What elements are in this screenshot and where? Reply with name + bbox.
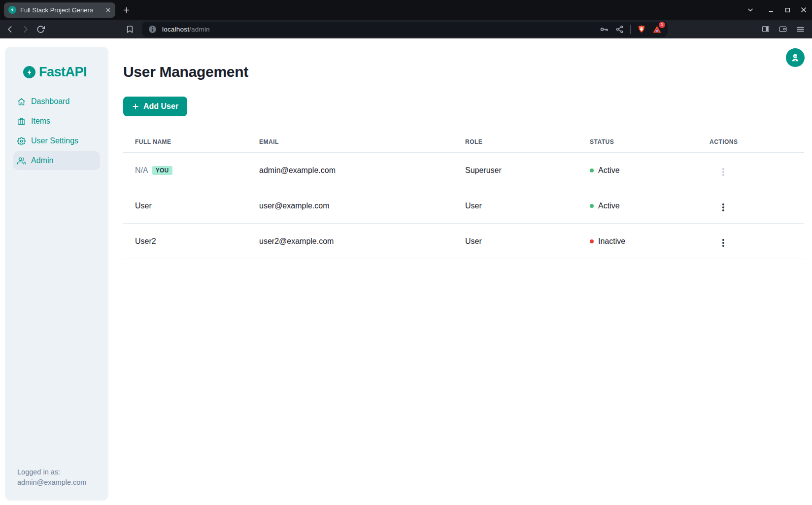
browser-tab[interactable]: Full Stack Project Genera	[4, 2, 115, 18]
fastapi-logo: FastAPI	[23, 65, 108, 80]
table-header: Full name Email Role Status Actions	[123, 131, 804, 153]
divider	[630, 25, 631, 34]
cell-status: Inactive	[598, 237, 625, 246]
url-text: localhost/admin	[162, 26, 210, 33]
status-dot	[590, 204, 594, 208]
brave-rewards-icon[interactable]: 1	[652, 25, 662, 34]
sidebar-item-label: Dashboard	[31, 97, 69, 106]
window-controls	[747, 6, 812, 13]
back-button[interactable]	[6, 25, 14, 34]
add-user-button[interactable]: Add User	[123, 97, 187, 116]
sidebar-item-dashboard[interactable]: Dashboard	[13, 92, 100, 111]
reload-button[interactable]	[36, 25, 45, 34]
bookmark-icon[interactable]	[126, 25, 134, 34]
users-icon	[17, 157, 26, 165]
wallet-icon[interactable]	[778, 25, 787, 34]
plus-icon	[132, 103, 139, 110]
column-header-full-name: Full name	[123, 138, 247, 145]
cell-status: Active	[598, 202, 620, 210]
page-title: User Management	[123, 64, 804, 80]
sidebar-item-label: Items	[31, 117, 50, 126]
sidebar-menu: Dashboard Items User Settings Admin	[5, 92, 108, 170]
cell-full-name: N/A	[135, 166, 148, 175]
sidebar-item-items[interactable]: Items	[13, 112, 100, 131]
rewards-badge: 1	[659, 22, 665, 28]
column-header-actions: Actions	[698, 138, 804, 145]
column-header-email: Email	[247, 138, 453, 145]
url-path: /admin	[189, 26, 210, 33]
browser-chrome: Full Stack Project Genera	[0, 0, 812, 38]
user-menu-button[interactable]	[786, 48, 805, 67]
row-actions-menu-icon	[720, 166, 726, 178]
row-actions-menu-icon[interactable]	[720, 202, 726, 213]
cell-role: User	[453, 202, 578, 210]
url-host: localhost	[162, 26, 189, 33]
user-astronaut-icon	[790, 53, 800, 63]
main-content: User Management Add User Full name Email…	[123, 38, 804, 259]
menu-hamburger-icon[interactable]	[796, 25, 805, 34]
home-icon	[17, 98, 26, 106]
password-key-icon[interactable]	[600, 25, 609, 34]
table-row: User2 user2@example.com User Inactive	[123, 224, 804, 259]
share-icon[interactable]	[615, 25, 624, 34]
status-dot	[590, 168, 594, 172]
row-actions-menu-icon[interactable]	[720, 237, 726, 249]
site-info-icon[interactable]	[148, 25, 157, 34]
cell-email: user@example.com	[247, 202, 453, 210]
app-page: FastAPI Dashboard Items User Settings	[0, 38, 812, 505]
new-tab-button[interactable]	[123, 6, 130, 14]
logged-in-email: admin@example.com	[17, 477, 86, 488]
briefcase-icon	[17, 117, 26, 126]
window-minimize-button[interactable]	[768, 6, 775, 13]
cell-role: User	[453, 237, 578, 246]
tab-close-icon[interactable]	[105, 7, 111, 13]
column-header-role: Role	[453, 138, 578, 145]
fastapi-logo-text: FastAPI	[39, 65, 87, 80]
sidebar-item-label: Admin	[31, 156, 53, 165]
sidebar-toggle-icon[interactable]	[761, 25, 770, 34]
tab-strip: Full Stack Project Genera	[0, 0, 812, 20]
brave-shield-icon[interactable]	[637, 25, 646, 34]
cell-full-name: User	[135, 202, 152, 210]
window-maximize-button[interactable]	[784, 7, 791, 13]
logged-in-label: Logged in as:	[17, 467, 86, 477]
cell-role: Superuser	[453, 166, 578, 175]
gear-icon	[17, 137, 26, 145]
cell-full-name: User2	[135, 237, 156, 246]
url-bar[interactable]: localhost/admin 1	[142, 22, 668, 37]
cell-email: user2@example.com	[247, 237, 453, 246]
cell-status: Active	[598, 166, 620, 175]
sidebar-item-label: User Settings	[31, 136, 78, 145]
cell-email: admin@example.com	[247, 166, 453, 175]
logged-in-info: Logged in as: admin@example.com	[17, 467, 86, 488]
you-badge: YOU	[152, 166, 172, 175]
fastapi-favicon-icon	[8, 6, 16, 14]
status-dot	[590, 239, 594, 243]
tab-title: Full Stack Project Genera	[20, 6, 103, 14]
add-user-label: Add User	[143, 102, 178, 111]
window-close-button[interactable]	[800, 6, 807, 13]
table-row: N/A YOU admin@example.com Superuser Acti…	[123, 153, 804, 188]
browser-toolbar: localhost/admin 1	[0, 20, 812, 38]
users-table: Full name Email Role Status Actions N/A …	[123, 131, 804, 259]
fastapi-bolt-icon	[23, 66, 35, 78]
sidebar: FastAPI Dashboard Items User Settings	[5, 47, 108, 501]
column-header-status: Status	[578, 138, 698, 145]
window-menu-chevron-icon[interactable]	[747, 6, 754, 13]
sidebar-item-user-settings[interactable]: User Settings	[13, 132, 100, 150]
table-row: User user@example.com User Active	[123, 188, 804, 224]
forward-button	[21, 25, 30, 34]
sidebar-item-admin[interactable]: Admin	[13, 151, 100, 170]
